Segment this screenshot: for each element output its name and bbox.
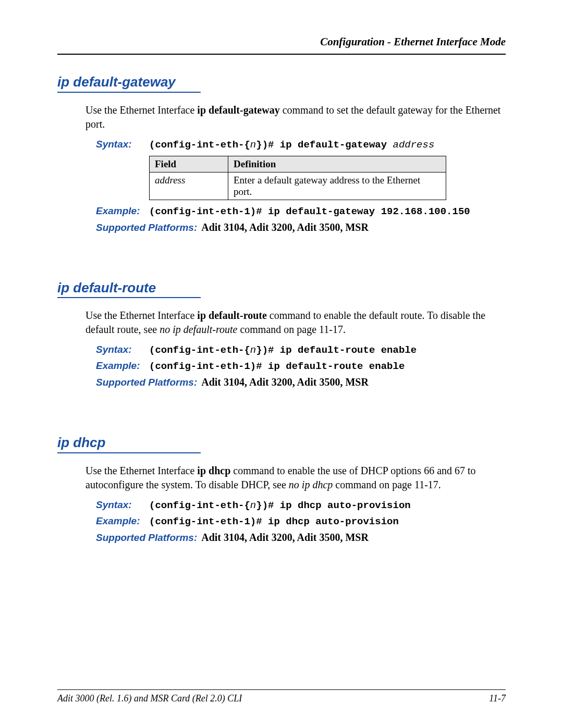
intro-text: command on page 11-17. [237,324,346,335]
page-footer: Adit 3000 (Rel. 1.6) and MSR Card (Rel 2… [57,689,506,704]
code-text: (config-int-eth-{ [149,500,250,511]
example-code: (config-int-eth-1)# ip default-route ena… [149,361,405,372]
platforms-text: Adit 3104, Adit 3200, Adit 3500, MSR [201,221,369,233]
intro-reference: no ip dhcp [289,479,333,490]
definition-block: Syntax: (config-int-eth-{n})# ip default… [96,139,506,233]
code-param: n [250,500,256,511]
code-text: (config-int-eth-{ [149,139,250,151]
definition-block: Syntax: (config-int-eth-{n})# ip dhcp au… [96,499,506,544]
table-header-field: Field [150,156,228,172]
example-code: (config-int-eth-1)# ip default-gateway 1… [149,206,470,217]
field-definition-table: Field Definition address Enter a default… [149,156,446,200]
syntax-code: (config-int-eth-{n})# ip dhcp auto-provi… [149,500,411,511]
code-text: })# ip default-gateway [256,139,393,151]
page: Configuration - Ethernet Interface Mode … [0,0,563,728]
intro-text: Use the Ethernet Interface [85,104,197,116]
table-cell-definition: Enter a default gateway address to the E… [228,172,446,200]
footer-right: 11-7 [489,693,506,704]
platforms-row: Supported Platforms: Adit 3104, Adit 320… [96,532,506,544]
section-intro: Use the Ethernet Interface ip default-ro… [85,309,506,337]
syntax-row: Syntax: (config-int-eth-{n})# ip dhcp au… [96,499,506,511]
table-row: address Enter a default gateway address … [150,172,446,200]
section-rule [57,297,201,298]
platforms-label: Supported Platforms: [96,532,197,544]
code-param: n [250,344,256,356]
syntax-code: (config-int-eth-{n})# ip default-gateway… [149,139,434,151]
section-ip-dhcp: ip dhcp Use the Ethernet Interface ip dh… [57,435,506,544]
section-rule [57,92,201,93]
platforms-label: Supported Platforms: [96,222,197,233]
table-cell-field: address [150,172,228,200]
intro-text: Use the Ethernet Interface [85,310,197,321]
running-head: Configuration - Ethernet Interface Mode [57,35,506,55]
example-row: Example: (config-int-eth-1)# ip default-… [96,205,506,217]
section-intro: Use the Ethernet Interface ip default-ga… [85,103,506,131]
example-row: Example: (config-int-eth-1)# ip default-… [96,360,506,372]
intro-command: ip default-route [197,310,267,321]
intro-command: ip dhcp [197,465,230,476]
platforms-text: Adit 3104, Adit 3200, Adit 3500, MSR [201,376,369,388]
section-ip-default-gateway: ip default-gateway Use the Ethernet Inte… [57,75,506,233]
platforms-row: Supported Platforms: Adit 3104, Adit 320… [96,376,506,388]
code-text: })# ip default-route enable [256,344,417,356]
intro-command: ip default-gateway [197,104,279,116]
platforms-text: Adit 3104, Adit 3200, Adit 3500, MSR [201,532,369,544]
code-text: (config-int-eth-{ [149,344,250,356]
section-ip-default-route: ip default-route Use the Ethernet Interf… [57,280,506,389]
syntax-row: Syntax: (config-int-eth-{n})# ip default… [96,344,506,356]
example-label: Example: [96,205,149,217]
syntax-label: Syntax: [96,344,149,355]
intro-text: Use the Ethernet Interface [85,465,197,476]
section-intro: Use the Ethernet Interface ip dhcp comma… [85,464,506,492]
platforms-row: Supported Platforms: Adit 3104, Adit 320… [96,221,506,233]
example-row: Example: (config-int-eth-1)# ip dhcp aut… [96,515,506,527]
section-title: ip default-route [57,280,506,295]
section-title: ip default-gateway [57,75,506,90]
code-param: address [393,139,435,151]
syntax-code: (config-int-eth-{n})# ip default-route e… [149,344,417,356]
table-header-definition: Definition [228,156,446,172]
syntax-label: Syntax: [96,499,149,511]
intro-text: command on page 11-17. [333,479,441,490]
code-param: n [250,139,256,151]
intro-reference: no ip default-route [160,324,237,335]
syntax-label: Syntax: [96,139,149,150]
example-label: Example: [96,360,149,372]
code-text: })# ip dhcp auto-provision [256,500,410,511]
section-title: ip dhcp [57,435,506,450]
example-code: (config-int-eth-1)# ip dhcp auto-provisi… [149,516,399,527]
example-label: Example: [96,515,149,527]
syntax-row: Syntax: (config-int-eth-{n})# ip default… [96,139,506,151]
definition-block: Syntax: (config-int-eth-{n})# ip default… [96,344,506,388]
footer-left: Adit 3000 (Rel. 1.6) and MSR Card (Rel 2… [57,693,242,704]
platforms-label: Supported Platforms: [96,377,197,388]
section-rule [57,452,201,453]
